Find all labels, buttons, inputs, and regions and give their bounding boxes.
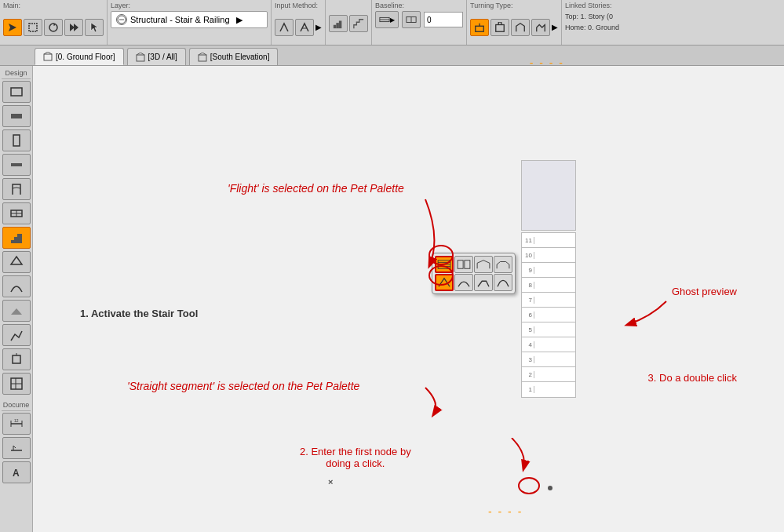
- sidebar-wall-tool[interactable]: [2, 105, 31, 127]
- sidebar-slab-tool[interactable]: [2, 300, 31, 322]
- turning-arrow: ▶: [552, 23, 558, 31]
- stair-step-4: 4: [522, 337, 575, 352]
- sidebar-curtain-wall-tool[interactable]: [2, 373, 31, 395]
- sidebar-shell-tool[interactable]: [2, 275, 31, 297]
- main-area: Design: [0, 66, 784, 532]
- sidebar-rectangle-tool[interactable]: [2, 81, 31, 103]
- pet-btn-2[interactable]: [454, 256, 473, 273]
- stair-icons: [329, 3, 368, 43]
- input-method-label: Input Method:: [275, 2, 322, 9]
- stair-step-1: 1: [522, 382, 575, 397]
- stair-top-section: [521, 160, 576, 231]
- svg-rect-22: [11, 88, 22, 96]
- stair-bottom-dot: [548, 486, 552, 490]
- stair-steps-container: 11 10 9 8 7 6 5 4: [521, 232, 576, 398]
- sidebar-mesh-tool[interactable]: [2, 324, 31, 346]
- tab-ground-floor-label: [0. Ground Floor]: [56, 53, 115, 61]
- baseline-btn2[interactable]: [402, 11, 421, 28]
- input-method-arrow: ▶: [315, 23, 322, 31]
- sidebar-window-tool[interactable]: [2, 202, 31, 224]
- turning-btn1[interactable]: [470, 19, 489, 36]
- tab-3d-label: [3D / All]: [148, 53, 177, 61]
- design-label: Design: [2, 67, 31, 79]
- node-circle: [518, 477, 540, 494]
- svg-text:12: 12: [14, 418, 19, 423]
- stair-icon-btn1[interactable]: [329, 15, 348, 32]
- main-arrow-btn[interactable]: [3, 19, 22, 36]
- marquee-btn[interactable]: [24, 19, 42, 36]
- linked-top: Top: 1. Story (0: [565, 11, 781, 22]
- pet-custom-btn[interactable]: [494, 274, 512, 291]
- sidebar-beam-tool[interactable]: [2, 154, 31, 176]
- stair-step-9: 9: [522, 263, 575, 278]
- flight-annotation: 'Flight' is selected on the Pet Palette: [228, 182, 404, 195]
- tab-3d-all[interactable]: [3D / All]: [127, 48, 186, 65]
- layer-icon: [116, 14, 127, 25]
- main-label: Main:: [3, 2, 104, 9]
- sidebar-level-tool[interactable]: [2, 437, 31, 459]
- svg-rect-1: [29, 24, 37, 31]
- sidebar-object-tool[interactable]: [2, 348, 31, 370]
- pet-btn-3[interactable]: [474, 256, 493, 273]
- main-toolbar: Main: Layer: Structural - S: [0, 0, 784, 46]
- activate-stair-annotation: 1. Activate the Stair Tool: [80, 308, 198, 319]
- sidebar-column-tool[interactable]: [2, 129, 31, 151]
- svg-rect-16: [476, 26, 484, 31]
- linked-home: Home: 0. Ground: [565, 22, 781, 33]
- layer-chevron: ▶: [236, 15, 242, 25]
- stair-step-11: 11: [522, 233, 575, 248]
- turning-btn2[interactable]: [490, 19, 509, 36]
- flight-arrow: [229, 176, 457, 278]
- sidebar-door-tool[interactable]: [2, 178, 31, 200]
- input-method-btn2[interactable]: [295, 19, 314, 36]
- pet-btn-4[interactable]: [494, 256, 512, 273]
- svg-marker-0: [9, 24, 16, 31]
- turning-type-label: Turning Type:: [470, 2, 558, 9]
- svg-rect-19: [44, 54, 52, 60]
- main-tools: [3, 11, 104, 43]
- input-method-section: Input Method: ▶: [272, 0, 326, 45]
- svg-marker-4: [74, 24, 78, 31]
- turning-tools: ▶: [470, 11, 558, 43]
- baseline-input[interactable]: [424, 12, 463, 27]
- layer-label: Layer:: [111, 2, 268, 9]
- layer-dropdown[interactable]: Structural - Stair & Railing ▶: [111, 11, 268, 28]
- stair-step-6: 6: [522, 308, 575, 322]
- pet-curve-btn[interactable]: [454, 274, 473, 291]
- svg-rect-9: [334, 24, 337, 27]
- document-label: Docume: [2, 399, 31, 411]
- baseline-row: ▶: [375, 11, 463, 28]
- first-node-annotation: 2. Enter the first node by doing a click…: [300, 446, 411, 469]
- tab-bar: [0. Ground Floor] [3D / All] [South Elev…: [0, 46, 784, 66]
- turning-btn4[interactable]: [531, 19, 550, 36]
- svg-rect-18: [496, 24, 505, 31]
- first-node-arrow: [300, 438, 551, 501]
- cursor-btn[interactable]: [85, 19, 104, 36]
- svg-rect-46: [458, 261, 463, 269]
- stair-step-2: 2: [522, 367, 575, 382]
- dashes-indicator-bottom: - - - -: [488, 505, 523, 518]
- sidebar-stair-tool[interactable]: [2, 227, 31, 249]
- flight-circle: [428, 245, 454, 265]
- input-method-btn1[interactable]: [275, 19, 294, 36]
- straight-segment-annotation: 'Straight segment' is selected on the Pe…: [127, 380, 359, 392]
- tab-south-elevation[interactable]: [South Elevation]: [189, 48, 279, 65]
- svg-rect-47: [465, 261, 470, 269]
- tab-ground-floor[interactable]: [0. Ground Floor]: [35, 48, 124, 65]
- rotate-btn[interactable]: [44, 19, 63, 36]
- turning-btn3[interactable]: [511, 19, 530, 36]
- sidebar-dimension-tool[interactable]: 12: [2, 413, 31, 435]
- pet-angle-btn[interactable]: [474, 274, 493, 291]
- svg-marker-29: [11, 257, 22, 264]
- svg-rect-21: [199, 55, 206, 61]
- stair-icon-btn2[interactable]: [349, 15, 368, 32]
- straight-arrow: [127, 372, 449, 435]
- ghost-preview-annotation: Ghost preview: [672, 286, 737, 297]
- x-marker: ×: [328, 477, 333, 486]
- baseline-dropdown[interactable]: ▶: [375, 11, 399, 28]
- sidebar-text-tool[interactable]: A: [2, 461, 31, 483]
- turning-type-section: Turning Type: ▶: [467, 0, 562, 45]
- svg-text:A: A: [13, 468, 20, 479]
- sidebar-roof-tool[interactable]: [2, 251, 31, 273]
- arrow2-btn[interactable]: [64, 19, 83, 36]
